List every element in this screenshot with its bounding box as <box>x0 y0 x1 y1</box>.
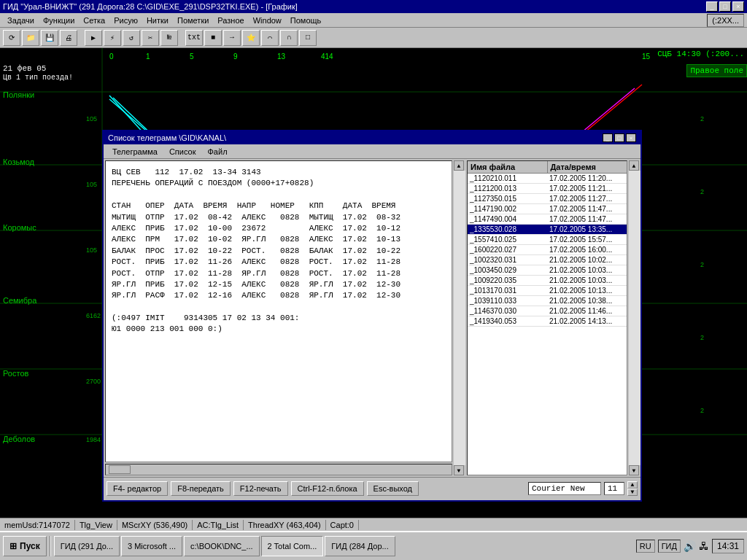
status-thread: ThreadXY (463,404) <box>244 520 325 530</box>
file-list-row[interactable]: _1147190.00217.02.2005 11:47... <box>468 204 627 214</box>
file-list-row[interactable]: _1147490.00417.02.2005 11:47... <box>468 214 627 225</box>
tb-btn-13[interactable]: ⭐ <box>242 30 260 46</box>
dialog-title-buttons: _ □ × <box>603 133 636 142</box>
svg-text:2700: 2700 <box>86 378 101 385</box>
menu-nitki[interactable]: Нитки <box>142 15 173 26</box>
menu-risuyu[interactable]: Рисую <box>109 15 142 26</box>
file-list-row[interactable]: _1127350.01517.02.2005 11:27... <box>468 194 627 204</box>
f8-send-button[interactable]: F8-передать <box>171 481 231 496</box>
maximize-button[interactable]: □ <box>719 1 731 12</box>
tb-btn-8[interactable]: ✂ <box>142 30 159 46</box>
dialog-menu: Телеграмма Список Файл <box>104 144 640 159</box>
menu-window[interactable]: Window <box>249 15 286 26</box>
taskbar-item-2[interactable]: c:\BOOK\DNC_... <box>184 536 260 556</box>
tb-btn-2[interactable]: 📁 <box>22 30 39 46</box>
taskbar-item-4-label: ГИД (284 Дор... <box>331 542 388 551</box>
svg-text:414: 414 <box>321 52 333 61</box>
start-button[interactable]: ⊞ Пуск <box>3 536 47 556</box>
taskbar-item-3[interactable]: 2 Total Com... <box>261 536 324 556</box>
file-list-row[interactable]: _1600220.02717.02.2005 16:00... <box>468 245 627 255</box>
font-size-down[interactable]: ▼ <box>627 489 638 496</box>
scroll-down-button[interactable]: ▼ <box>454 465 464 475</box>
tray-gid-label[interactable]: ГИД <box>658 540 681 553</box>
file-date-cell: 17.02.2005 11:27... <box>547 194 627 203</box>
file-list-row[interactable]: _1335530.02817.02.2005 13:35... <box>468 225 627 235</box>
close-button[interactable]: × <box>732 1 744 12</box>
f12-print-button[interactable]: F12-печать <box>233 481 288 496</box>
tb-btn-3[interactable]: 💾 <box>41 30 58 46</box>
file-list-col-date[interactable]: Дата/время <box>548 161 627 173</box>
file-scroll-down[interactable]: ▼ <box>629 465 639 475</box>
tb-btn-6[interactable]: ⚡ <box>104 30 121 46</box>
menu-funkcii[interactable]: Функции <box>39 15 79 26</box>
horizontal-scrollbar[interactable] <box>105 464 452 475</box>
scroll-up-button[interactable]: ▲ <box>454 160 464 171</box>
file-list-row[interactable]: _1003450.02921.02.2005 10:03... <box>468 265 627 276</box>
file-list-row[interactable]: _1013170.03121.02.2005 10:13... <box>468 286 627 296</box>
tb-btn-14[interactable]: ⌒ <box>261 30 279 46</box>
file-list-row[interactable]: _1121200.01317.02.2005 11:21... <box>468 184 627 194</box>
menu-pomosch[interactable]: Помощь <box>286 15 326 26</box>
tb-btn-15[interactable]: ∩ <box>280 30 298 46</box>
esc-exit-button[interactable]: Esc-выход <box>367 481 419 496</box>
font-size-up[interactable]: ▲ <box>627 481 638 489</box>
file-name-cell: _1147190.002 <box>468 204 547 214</box>
dialog-close[interactable]: × <box>626 133 636 142</box>
dialog-minimize[interactable]: _ <box>603 133 613 142</box>
menu-bar: Задачи Функции Сетка Рисую Нитки Пометки… <box>0 13 747 28</box>
menu-setka[interactable]: Сетка <box>79 15 109 26</box>
file-list-row[interactable]: _1146370.03021.02.2005 11:46... <box>468 306 627 316</box>
file-name-cell: _1146370.030 <box>468 306 547 316</box>
minimize-button[interactable]: _ <box>706 1 718 12</box>
file-name-cell: _1600220.027 <box>468 245 547 254</box>
menu-raznoe[interactable]: Разное <box>213 15 248 26</box>
tb-btn-12[interactable]: → <box>223 30 241 46</box>
taskbar-item-0[interactable]: ГИД (291 До... <box>54 536 120 556</box>
scroll-track[interactable] <box>454 171 465 465</box>
tb-btn-5[interactable]: ▶ <box>85 30 102 46</box>
file-list-row[interactable]: _1419340.05321.02.2005 14:13... <box>468 316 627 327</box>
file-list-col-name[interactable]: Имя файла <box>468 161 548 173</box>
tb-btn-9[interactable]: № <box>160 30 178 46</box>
station-polyanki: Полянки <box>3 90 34 99</box>
main-graph-area: 0 1 5 9 13 414 15 105 105 105 6162 2700 … <box>0 48 747 544</box>
taskbar-item-1[interactable]: 3 Microsoft ... <box>121 536 182 556</box>
file-list-row[interactable]: _1557410.02517.02.2005 15:57... <box>468 235 627 245</box>
f4-editor-button[interactable]: F4- редактор <box>107 481 168 496</box>
file-list-row[interactable]: _1002320.03121.02.2005 10:02... <box>468 255 627 265</box>
telegram-text-area[interactable]: ВЦ СЕВ 112 17.02 13-34 3143 ПЕРЕЧЕНЬ ОПЕ… <box>105 160 452 462</box>
right-pole-button[interactable]: Правое поле <box>686 64 747 77</box>
ctrl-f12-block-button[interactable]: Ctrl-F12-п.блока <box>291 481 364 496</box>
tb-btn-4[interactable]: 🖨 <box>60 30 77 46</box>
dialog-menu-spisok[interactable]: Список <box>163 146 202 158</box>
tb-btn-1[interactable]: ⟳ <box>3 30 20 46</box>
file-scroll-up[interactable]: ▲ <box>629 160 639 171</box>
tb-btn-10[interactable]: txt <box>185 30 203 46</box>
dialog-menu-telegram[interactable]: Телеграмма <box>107 146 163 158</box>
keyboard-layout[interactable]: RU <box>636 540 655 553</box>
file-list-body[interactable]: _1120210.01117.02.2005 11:20..._1121200.… <box>468 174 627 475</box>
font-size-spinner[interactable]: ▲ ▼ <box>627 481 638 496</box>
tray-icon-2: 🖧 <box>699 540 709 552</box>
window-title: ГИД "Урал-ВНИЖТ" (291 Дорога:28 C:\GID\E… <box>3 2 298 11</box>
dialog-title-text: Список телеграмм \GID\KANAL\ <box>108 133 226 142</box>
file-list-row[interactable]: _1009220.03521.02.2005 10:03... <box>468 276 627 286</box>
tb-btn-11[interactable]: ■ <box>204 30 222 46</box>
taskbar: ⊞ Пуск ГИД (291 До... 3 Microsoft ... c:… <box>0 531 747 560</box>
station-rostov: Ростов <box>3 369 28 378</box>
file-list-row[interactable]: _1120210.01117.02.2005 11:20... <box>468 174 627 184</box>
taskbar-item-4[interactable]: ГИД (284 Дор... <box>325 536 395 556</box>
menu-pometki[interactable]: Пометки <box>173 15 213 26</box>
file-list-row[interactable]: _1039110.03321.02.2005 10:38... <box>468 296 627 306</box>
dialog-maximize[interactable]: □ <box>614 133 624 142</box>
dialog-menu-file[interactable]: Файл <box>202 146 233 158</box>
menu-zadachi[interactable]: Задачи <box>3 15 39 26</box>
svg-text:1: 1 <box>146 52 150 61</box>
tb-btn-16[interactable]: □ <box>299 30 317 46</box>
font-name-input[interactable]: Courier New <box>528 482 601 495</box>
file-name-cell: _1013170.031 <box>468 286 547 295</box>
tb-btn-7[interactable]: ↺ <box>123 30 140 46</box>
font-size-input[interactable]: 11 <box>604 482 624 495</box>
file-name-cell: _1147490.004 <box>468 214 547 224</box>
file-scroll-track[interactable] <box>629 171 640 465</box>
